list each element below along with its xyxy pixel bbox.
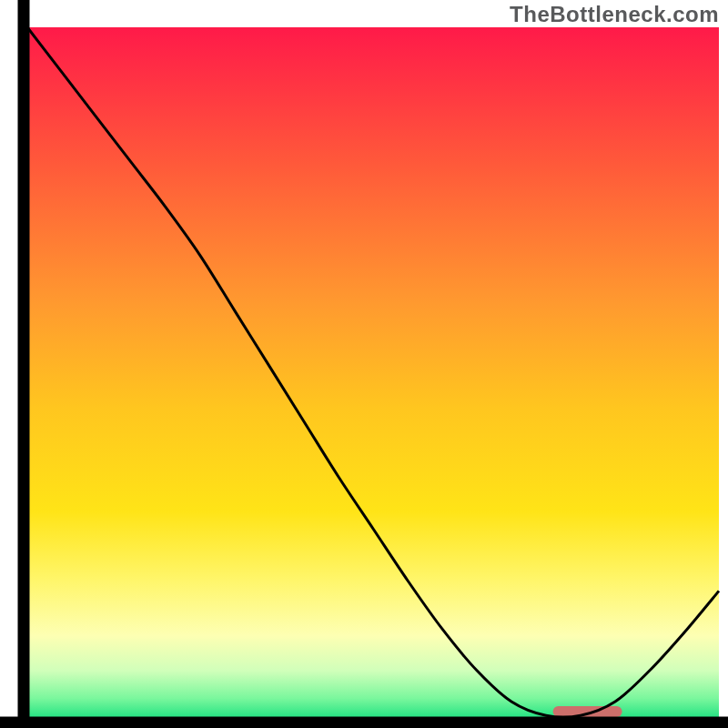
chart-frame: TheBottleneck.com <box>0 0 728 728</box>
bottleneck-plot <box>0 0 728 728</box>
optimal-marker <box>553 706 622 717</box>
plot-background <box>27 27 719 719</box>
